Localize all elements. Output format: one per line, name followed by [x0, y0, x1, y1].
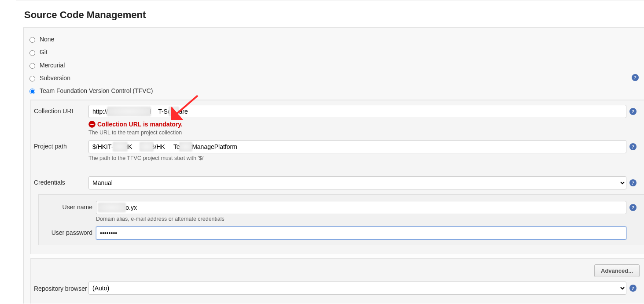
radio-tfvc[interactable]	[29, 89, 35, 94]
password-input[interactable]	[96, 226, 626, 240]
radio-subversion[interactable]	[29, 76, 35, 82]
help-icon[interactable]: ?	[632, 74, 639, 81]
tfvc-config: Collection URL Collec	[30, 100, 644, 254]
radio-mercurial[interactable]	[29, 63, 35, 69]
collection-url-label: Collection URL	[34, 105, 88, 115]
collection-url-error: Collection URL is mandatory.	[88, 121, 626, 128]
repo-browser-select[interactable]: (Auto)	[88, 282, 626, 295]
help-icon[interactable]: ?	[629, 108, 637, 115]
help-icon[interactable]: ?	[629, 179, 637, 186]
credentials-label: Credentials	[34, 176, 88, 186]
scm-option-git[interactable]: Git	[24, 45, 644, 58]
help-icon[interactable]: ?	[629, 143, 637, 150]
username-hint: Domain alias, e-mail address or alternat…	[96, 216, 626, 222]
help-icon[interactable]: ?	[629, 285, 637, 292]
radio-tfvc-label: Team Foundation Version Control (TFVC)	[40, 87, 153, 94]
radio-git-label: Git	[40, 49, 48, 56]
divider	[30, 254, 644, 258]
radio-subversion-label: Subversion	[40, 74, 70, 82]
advanced-button[interactable]: Advanced...	[594, 264, 640, 277]
scm-option-tfvc[interactable]: Team Foundation Version Control (TFVC)	[24, 84, 644, 97]
radio-none[interactable]	[29, 37, 35, 43]
scm-option-subversion[interactable]: Subversion ?	[24, 71, 644, 84]
tfvc-advanced-area: Advanced... Repository browser (Auto) ?	[30, 258, 644, 304]
project-path-hint: The path to the TFVC project must start …	[88, 155, 626, 161]
svg-rect-1	[90, 124, 94, 125]
collection-url-hint: The URL to the team project collection	[88, 130, 626, 136]
username-input[interactable]	[96, 201, 626, 214]
scm-option-mercurial[interactable]: Mercurial	[24, 59, 644, 71]
section-title: Source Code Management	[16, 0, 644, 27]
project-path-label: Project path	[34, 140, 88, 150]
credentials-manual-block: User name Domain alias, e-mail address o…	[38, 194, 644, 245]
scm-option-none[interactable]: None	[24, 33, 644, 45]
project-path-input[interactable]	[88, 140, 626, 153]
error-icon	[88, 121, 96, 128]
collection-url-error-text: Collection URL is mandatory.	[97, 121, 183, 128]
scm-panel: None Git Mercurial Subversion ? Team Fou…	[23, 27, 644, 304]
username-label: User name	[50, 201, 96, 211]
collection-url-input[interactable]	[88, 105, 626, 118]
radio-mercurial-label: Mercurial	[40, 62, 65, 69]
password-label: User password	[50, 226, 96, 236]
credentials-select[interactable]: Manual	[88, 176, 626, 189]
radio-git[interactable]	[29, 50, 35, 56]
help-icon[interactable]: ?	[629, 204, 637, 211]
repo-browser-label: Repository browser	[34, 282, 88, 292]
radio-none-label: None	[40, 36, 54, 43]
